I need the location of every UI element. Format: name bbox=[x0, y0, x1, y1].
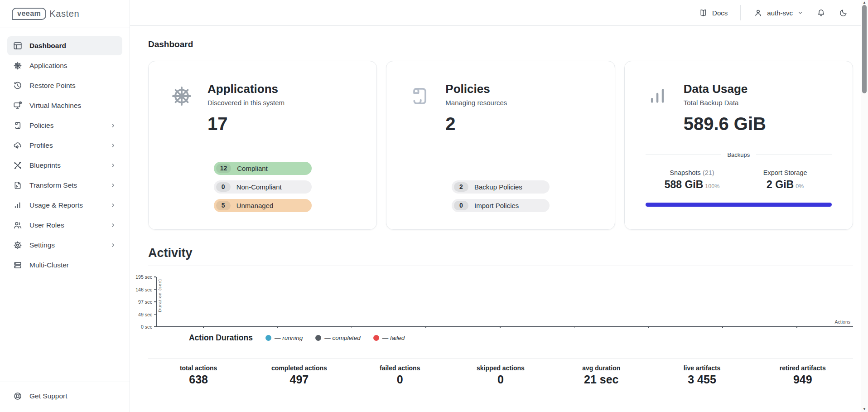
snapshots-size: 588 GiB bbox=[665, 179, 704, 190]
policies-card[interactable]: Policies Managing resources 2 2 Backup P… bbox=[386, 61, 615, 230]
sidebar-item-policies[interactable]: Policies bbox=[7, 116, 122, 135]
data-usage-total: 589.6 GiB bbox=[684, 114, 766, 134]
sidebar-item-label: Usage & Reports bbox=[29, 201, 83, 209]
sidebar-item-restore-points[interactable]: Restore Points bbox=[7, 76, 122, 95]
activity-stat-value: 0 bbox=[350, 373, 450, 386]
notifications-button[interactable] bbox=[816, 8, 826, 18]
docs-link[interactable]: Docs bbox=[699, 8, 728, 18]
book-icon bbox=[699, 8, 708, 18]
scrollbar-thumb[interactable] bbox=[862, 5, 867, 93]
pill-unmanaged[interactable]: 5 Unmanaged bbox=[214, 199, 312, 212]
scroll-down-arrow[interactable]: ▼ bbox=[861, 407, 868, 412]
status-pill-count: 12 bbox=[216, 164, 231, 173]
dark-mode-toggle[interactable] bbox=[839, 8, 848, 18]
logo[interactable]: veeam Kasten bbox=[0, 0, 130, 28]
veeam-logo: veeam bbox=[12, 8, 46, 20]
y-tick: 97 sec bbox=[138, 299, 156, 305]
pill-compliant[interactable]: 12 Compliant bbox=[214, 162, 312, 175]
export-storage-column: Export Storage 2 GiB0% bbox=[738, 169, 832, 191]
sidebar-item-label: Multi-Cluster bbox=[29, 261, 69, 269]
activity-stat-label: live artifacts bbox=[651, 364, 752, 372]
chevron-right-icon bbox=[110, 242, 117, 249]
sidebar-item-label: Blueprints bbox=[29, 161, 61, 170]
summary-cards: Applications Discovered in this system 1… bbox=[148, 61, 853, 230]
status-pill-label: Import Policies bbox=[474, 202, 519, 209]
backups-divider: Backups bbox=[646, 151, 832, 158]
stat-failed-actions: failed actions 0 bbox=[350, 364, 450, 386]
bell-icon bbox=[816, 8, 826, 18]
stat-skipped-actions: skipped actions 0 bbox=[450, 364, 551, 386]
bar-chart-icon bbox=[646, 84, 670, 108]
policies-pills: 2 Backup Policies 0 Import Policies bbox=[452, 175, 550, 212]
get-support-label: Get Support bbox=[29, 392, 68, 400]
sidebar-item-label: Restore Points bbox=[29, 82, 76, 90]
sidebar-item-label: Settings bbox=[29, 241, 55, 249]
sidebar-item-settings[interactable]: Settings bbox=[7, 236, 122, 255]
activity-stat-value: 3 455 bbox=[651, 373, 752, 386]
moon-icon bbox=[839, 8, 848, 18]
life-ring-icon bbox=[13, 391, 23, 401]
sidebar: veeam Kasten Dashboard Applications Rest… bbox=[0, 0, 130, 412]
transform-document-icon bbox=[13, 180, 23, 190]
legend-item: — failed bbox=[373, 334, 405, 341]
kasten-logo-text: Kasten bbox=[49, 9, 79, 19]
data-usage-card[interactable]: Data Usage Total Backup Data 589.6 GiB B… bbox=[624, 61, 853, 230]
applications-card-title: Applications bbox=[207, 82, 285, 96]
sidebar-item-dashboard[interactable]: Dashboard bbox=[7, 36, 122, 55]
scrollbar[interactable]: ▲ ▼ bbox=[861, 0, 868, 412]
status-pill-label: Compliant bbox=[237, 165, 268, 172]
y-tick: 0 sec bbox=[141, 324, 156, 330]
activity-stats-row: total actions 638 completed actions 497 … bbox=[148, 358, 853, 386]
sidebar-item-label: User Roles bbox=[29, 221, 64, 229]
sidebar-item-transform-sets[interactable]: Transform Sets bbox=[7, 176, 122, 195]
pill-backup-policies[interactable]: 2 Backup Policies bbox=[452, 180, 550, 194]
status-pill-count: 0 bbox=[216, 182, 231, 192]
sidebar-item-usage-reports[interactable]: Usage & Reports bbox=[7, 196, 122, 215]
scroll-icon bbox=[13, 121, 23, 131]
page-title: Dashboard bbox=[148, 39, 853, 49]
sidebar-item-label: Dashboard bbox=[29, 42, 66, 50]
sidebar-item-blueprints[interactable]: Blueprints bbox=[7, 156, 122, 175]
ship-wheel-icon bbox=[13, 61, 23, 71]
snapshots-column: Snapshots (21) 588 GiB100% bbox=[646, 169, 739, 191]
pill-non-compliant[interactable]: 0 Non-Compliant bbox=[214, 180, 312, 194]
gear-icon bbox=[13, 240, 23, 250]
data-usage-card-title: Data Usage bbox=[684, 82, 766, 96]
backup-usage-progress-bar bbox=[646, 203, 832, 207]
activity-stat-label: retired artifacts bbox=[752, 364, 853, 372]
sidebar-footer: Get Support bbox=[0, 382, 130, 412]
legend-dot-icon bbox=[265, 335, 271, 341]
backups-divider-label: Backups bbox=[727, 151, 750, 158]
activity-stat-label: skipped actions bbox=[450, 364, 551, 372]
docs-label: Docs bbox=[712, 9, 728, 17]
sidebar-item-virtual-machines[interactable]: Virtual Machines bbox=[7, 96, 122, 115]
sidebar-item-profiles[interactable]: Profiles bbox=[7, 136, 122, 155]
sidebar-item-get-support[interactable]: Get Support bbox=[7, 387, 122, 406]
policies-card-subtitle: Managing resources bbox=[445, 99, 507, 107]
data-usage-card-subtitle: Total Backup Data bbox=[684, 99, 766, 107]
applications-card[interactable]: Applications Discovered in this system 1… bbox=[148, 61, 377, 230]
stat-retired-artifacts: retired artifacts 949 bbox=[752, 364, 853, 386]
status-pill-count: 0 bbox=[454, 201, 468, 210]
activity-section-title: Activity bbox=[148, 246, 853, 260]
crossed-tools-icon bbox=[13, 160, 23, 170]
sidebar-item-applications[interactable]: Applications bbox=[7, 56, 122, 75]
top-bar: Docs auth-svc bbox=[130, 0, 868, 26]
applications-pills: 12 Compliant 0 Non-Compliant 5 Unmanaged bbox=[214, 156, 312, 212]
ship-wheel-icon bbox=[169, 84, 194, 108]
chart-legend: Action Durations — running — completed —… bbox=[189, 333, 853, 343]
person-icon bbox=[753, 8, 763, 18]
user-menu[interactable]: auth-svc bbox=[753, 8, 804, 18]
app-root: veeam Kasten Dashboard Applications Rest… bbox=[0, 0, 868, 412]
legend-dot-icon bbox=[373, 335, 379, 341]
sidebar-item-user-roles[interactable]: User Roles bbox=[7, 216, 122, 235]
chart-title: Action Durations bbox=[189, 333, 253, 343]
activity-stat-label: completed actions bbox=[249, 364, 349, 372]
chevron-down-icon bbox=[797, 10, 804, 16]
sidebar-item-multi-cluster[interactable]: Multi-Cluster bbox=[7, 256, 122, 275]
chevron-right-icon bbox=[110, 182, 117, 189]
users-icon bbox=[13, 220, 23, 230]
pill-import-policies[interactable]: 0 Import Policies bbox=[452, 199, 550, 212]
stat-live-artifacts: live artifacts 3 455 bbox=[651, 364, 752, 386]
monitor-gear-icon bbox=[13, 101, 23, 111]
